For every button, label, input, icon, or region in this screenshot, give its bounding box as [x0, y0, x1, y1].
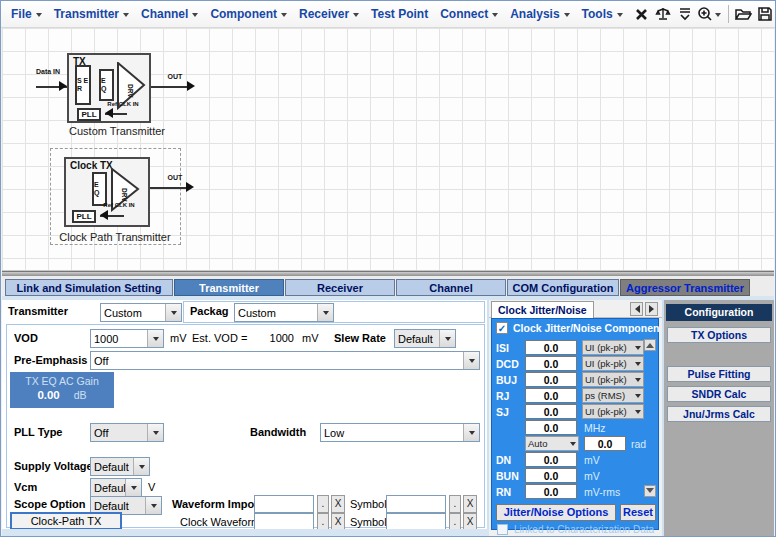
rj-input[interactable] [525, 388, 577, 403]
chevron-down-icon[interactable] [439, 330, 455, 347]
vcm-select[interactable]: Default [90, 478, 142, 497]
est-vod-value: 1000 [264, 332, 294, 344]
tab-link-simulation-setting[interactable]: Link and Simulation Setting [5, 279, 173, 296]
menu-channel[interactable]: Channel [135, 4, 204, 24]
supply-voltage-label: Supply Voltage [14, 460, 93, 472]
chevron-down-icon[interactable] [125, 479, 141, 496]
pre-emphasis-select[interactable]: Off [90, 351, 480, 370]
waveform-import-clear-button[interactable]: X [331, 495, 345, 513]
chevron-down-icon[interactable] [145, 497, 161, 514]
dn-input[interactable] [525, 452, 577, 467]
tab-com-configuration[interactable]: COM Configuration [507, 279, 619, 296]
sj-phase-input[interactable] [584, 436, 626, 451]
tab-aggressor-transmitter[interactable]: Aggressor Transmitter [620, 279, 750, 296]
rn-input[interactable] [525, 484, 577, 499]
sj-phase-mode-select[interactable]: Auto [525, 436, 579, 451]
tab-transmitter[interactable]: Transmitter [174, 279, 284, 296]
linked-characterization-checkbox[interactable] [497, 524, 508, 535]
eq-block[interactable]: E Q [99, 69, 114, 101]
clock-transmitter-block[interactable]: Clock TX E Q DRV PLL [64, 157, 150, 227]
dcd-input[interactable] [525, 356, 577, 371]
menu-file[interactable]: File [5, 4, 48, 24]
package-select[interactable]: Custom [234, 303, 334, 322]
jitter-components-checkbox[interactable]: ✓ [496, 322, 508, 334]
arrow-down-icon [646, 488, 654, 497]
chevron-down-icon[interactable] [463, 424, 479, 441]
menu-file-label: File [11, 7, 32, 21]
clock-path-tx-button[interactable]: Clock-Path TX [10, 512, 122, 530]
custom-transmitter-block[interactable]: TX S E R E Q DRV PLL [67, 53, 151, 123]
slew-rate-value: Default [395, 333, 439, 345]
waveform-import-browse-button[interactable]: . [317, 495, 329, 513]
sj-input[interactable] [525, 404, 577, 419]
open-folder-icon[interactable] [733, 4, 754, 25]
dcd-unit-select[interactable]: UI (pk-pk) [582, 356, 644, 371]
bun-input[interactable] [525, 468, 577, 483]
dcd-unit-value: UI (pk-pk) [583, 358, 635, 369]
isi-unit-select[interactable]: UI (pk-pk) [582, 340, 644, 355]
scroll-up-button[interactable] [644, 339, 656, 351]
transmitter-select[interactable]: Custom [100, 303, 182, 322]
chevron-down-icon[interactable] [463, 352, 479, 369]
menu-receiver[interactable]: Receiver [293, 4, 365, 24]
sj-frequency-input[interactable] [525, 420, 577, 435]
supply-voltage-select[interactable]: Default [90, 457, 150, 476]
pll-type-select[interactable]: Off [90, 423, 164, 442]
chevron-down-icon[interactable] [133, 458, 149, 475]
rj-unit-select[interactable]: ps (RMS) [582, 388, 644, 403]
tx-options-button[interactable]: TX Options [667, 327, 771, 343]
balance-icon[interactable] [653, 4, 674, 25]
sj-unit-value: UI (pk-pk) [583, 406, 635, 417]
buj-input[interactable] [525, 372, 577, 387]
pll-block[interactable]: PLL [77, 108, 101, 121]
scope-option-value: Default [91, 500, 145, 512]
menu-tools[interactable]: Tools [576, 4, 629, 24]
buj-unit-select[interactable]: UI (pk-pk) [582, 372, 644, 387]
ser-block[interactable]: S E R [75, 65, 91, 105]
funnel-icon[interactable] [675, 4, 696, 25]
chevron-down-icon [564, 13, 570, 20]
isi-input[interactable] [525, 340, 577, 355]
tab-scroll-right-button[interactable] [645, 302, 658, 316]
reset-button[interactable]: Reset [620, 504, 656, 521]
tab-receiver[interactable]: Receiver [285, 279, 395, 296]
jitter-tab-bar: Clock Jitter/Noise [489, 300, 662, 318]
chevron-down-icon [192, 13, 198, 20]
clock-refclk-arrowhead [95, 210, 108, 220]
chevron-down-icon[interactable] [165, 304, 181, 321]
chevron-down-icon[interactable] [317, 304, 333, 321]
chevron-down-icon[interactable] [147, 330, 163, 347]
symbol-browse-button[interactable]: . [449, 495, 461, 513]
menu-component[interactable]: Component [204, 4, 293, 24]
menu-analysis[interactable]: Analysis [504, 4, 575, 24]
sj-unit-select[interactable]: UI (pk-pk) [582, 404, 644, 419]
clock-pll-block[interactable]: PLL [72, 210, 96, 223]
symbol-clear-button[interactable]: X [463, 495, 477, 513]
rj-unit-value: ps (RMS) [583, 390, 635, 401]
waveform-symbol-input[interactable] [386, 495, 446, 513]
menu-connect[interactable]: Connect [434, 4, 504, 24]
bun-unit: mV [584, 470, 600, 482]
tab-scroll-left-button[interactable] [630, 302, 643, 316]
jnu-jrms-calc-button[interactable]: Jnu/Jrms Calc [667, 406, 771, 422]
vod-select[interactable]: 1000 [90, 329, 164, 348]
tab-clock-jitter-noise[interactable]: Clock Jitter/Noise [491, 301, 594, 318]
waveform-import-input[interactable] [254, 495, 314, 513]
schematic-canvas[interactable]: TX S E R E Q DRV PLL Data IN OUT Ref CLK… [2, 28, 774, 271]
slew-rate-select[interactable]: Default [394, 329, 456, 348]
sndr-calc-button[interactable]: SNDR Calc [667, 386, 771, 402]
pulse-fitting-button[interactable]: Pulse Fitting [667, 366, 771, 382]
zoom-in-icon[interactable] [697, 4, 724, 25]
arrow-up-icon [646, 339, 654, 348]
vcm-unit: V [148, 481, 155, 493]
close-icon[interactable] [631, 4, 652, 25]
transmitter-settings-panel: Transmitter Custom Packag Custom VOD 100… [2, 300, 774, 536]
tab-channel[interactable]: Channel [396, 279, 506, 296]
menu-test-point[interactable]: Test Point [365, 4, 434, 24]
save-icon[interactable] [755, 4, 776, 25]
menu-transmitter[interactable]: Transmitter [48, 4, 135, 24]
scroll-down-button[interactable] [644, 485, 656, 497]
jitter-noise-options-button[interactable]: Jitter/Noise Options [496, 504, 616, 521]
chevron-down-icon[interactable] [147, 424, 163, 441]
bandwidth-select[interactable]: Low [320, 423, 480, 442]
